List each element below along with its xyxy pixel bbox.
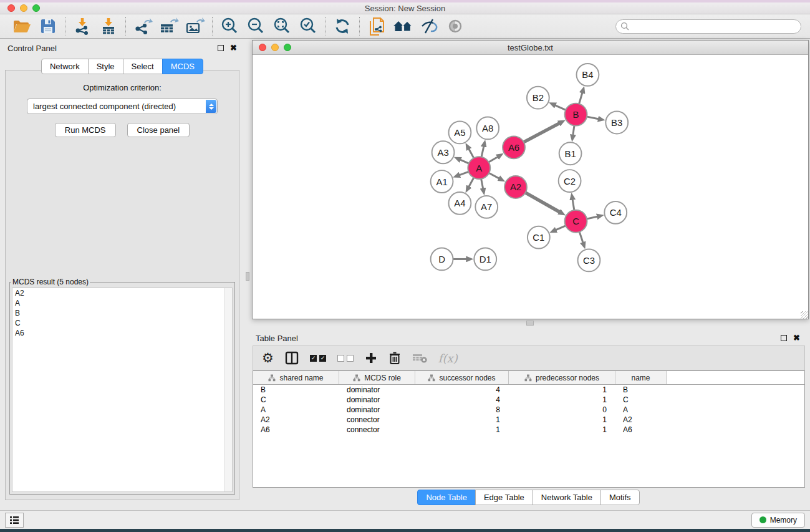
column-header-name[interactable]: name <box>615 371 667 384</box>
result-scrollbar[interactable] <box>224 288 232 491</box>
graph-edge-A2-C[interactable] <box>524 192 561 213</box>
table-cell[interactable]: A6 <box>253 425 339 434</box>
column-header-successor-nodes[interactable]: successor nodes <box>415 371 509 384</box>
table-cell[interactable]: 1 <box>415 425 509 434</box>
table-cell[interactable]: 8 <box>415 405 509 414</box>
tab-style[interactable]: Style <box>88 59 123 74</box>
graph-node-B2[interactable]: B2 <box>527 87 549 109</box>
graph-edge-A-A8[interactable] <box>481 146 484 158</box>
table-tab-network-table[interactable]: Network Table <box>533 490 601 505</box>
window-resize-grip[interactable] <box>801 311 808 319</box>
graph-node-C3[interactable]: C3 <box>578 249 600 272</box>
table-cell[interactable]: dominator <box>339 385 415 394</box>
graph-node-C[interactable]: C <box>565 210 587 233</box>
table-row[interactable]: A6connector11A6 <box>253 425 804 435</box>
criterion-select[interactable]: largest connected component (directed) <box>27 99 218 114</box>
save-session-button[interactable] <box>37 16 59 36</box>
graph-edge-B-B2[interactable] <box>554 105 567 110</box>
memory-button[interactable]: Memory <box>751 513 805 528</box>
graph-node-A7[interactable]: A7 <box>475 196 498 218</box>
graph-edge-A-A6[interactable] <box>488 157 498 163</box>
table-cell[interactable]: A2 <box>615 415 667 424</box>
zoom-fit-button[interactable] <box>271 16 293 36</box>
run-mcds-button[interactable]: Run MCDS <box>55 123 116 137</box>
tab-network[interactable]: Network <box>41 59 89 74</box>
delete-column-button[interactable] <box>388 349 401 367</box>
table-cell[interactable]: 4 <box>415 385 509 394</box>
float-panel-icon[interactable] <box>218 45 224 51</box>
table-tab-node-table[interactable]: Node Table <box>417 490 476 505</box>
table-cell[interactable]: B <box>253 385 339 394</box>
graph-node-A6[interactable]: A6 <box>503 136 525 158</box>
graph-node-C2[interactable]: C2 <box>559 170 581 192</box>
import-table-button[interactable] <box>97 16 120 36</box>
deselect-all-button[interactable] <box>337 349 354 367</box>
mcds-result-item[interactable]: A2 <box>12 288 232 298</box>
graph-edge-A6-B[interactable] <box>523 123 560 143</box>
table-cell[interactable]: 1 <box>415 415 509 424</box>
task-history-button[interactable] <box>5 513 24 528</box>
export-image-button[interactable] <box>184 16 206 36</box>
network-canvas[interactable]: AA1A2A3A4A5A6A7A8BB1B2B3B4CC1C2C3C4DD1 <box>253 55 808 319</box>
graph-node-D[interactable]: D <box>431 248 453 271</box>
import-network-button[interactable] <box>71 16 94 36</box>
table-row[interactable]: A2connector11A2 <box>253 415 804 425</box>
zoom-out-button[interactable] <box>244 16 267 36</box>
close-panel-button[interactable]: Close panel <box>127 123 190 137</box>
home-layout-button[interactable] <box>392 16 414 36</box>
refresh-button[interactable] <box>331 16 354 36</box>
column-header-shared-name[interactable]: shared name <box>253 371 339 384</box>
hide-selected-button[interactable] <box>418 16 440 36</box>
column-header-predecessor-nodes[interactable]: predecessor nodes <box>509 371 615 384</box>
table-cell[interactable]: 1 <box>509 425 615 434</box>
graph-node-A8[interactable]: A8 <box>476 117 499 140</box>
function-builder-button[interactable]: f(x) <box>438 349 458 367</box>
table-cell[interactable]: C <box>253 395 339 404</box>
zoom-selected-button[interactable] <box>297 16 319 36</box>
tab-mcds[interactable]: MCDS <box>162 59 203 74</box>
table-tab-edge-table[interactable]: Edge Table <box>475 490 533 505</box>
table-cell[interactable]: A2 <box>253 415 339 424</box>
mcds-result-list[interactable]: A2ABCA6 <box>12 288 233 492</box>
table-cell[interactable]: C <box>615 395 667 404</box>
table-cell[interactable]: 4 <box>415 395 509 404</box>
delete-table-button[interactable] <box>412 349 427 367</box>
table-cell[interactable]: dominator <box>339 395 415 404</box>
mcds-result-item[interactable]: C <box>12 318 232 328</box>
table-cell[interactable]: connector <box>339 415 415 424</box>
table-row[interactable]: Adominator80A <box>253 405 804 415</box>
graph-edge-B-B3[interactable] <box>586 117 599 119</box>
graph-node-A1[interactable]: A1 <box>431 170 453 193</box>
graph-node-B[interactable]: B <box>565 104 587 126</box>
graph-edge-B-B4[interactable] <box>579 92 582 105</box>
table-cell[interactable]: 1 <box>509 415 615 424</box>
graph-node-A[interactable]: A <box>468 157 490 179</box>
show-columns-button[interactable] <box>285 349 299 367</box>
graph-edge-C-C4[interactable] <box>586 216 598 219</box>
network-window-titlebar[interactable]: testGlobe.txt <box>253 41 808 55</box>
graph-node-A5[interactable]: A5 <box>449 121 471 143</box>
table-settings-button[interactable]: ⚙ <box>262 349 274 367</box>
mcds-result-item[interactable]: A <box>12 298 232 308</box>
network-vertical-scrollbar[interactable] <box>246 40 249 319</box>
graph-edge-C-C1[interactable] <box>555 225 567 230</box>
table-cell[interactable]: A6 <box>615 425 667 434</box>
table-cell[interactable]: connector <box>339 425 415 434</box>
table-cell[interactable]: A <box>615 405 667 414</box>
table-cell[interactable]: dominator <box>339 405 415 414</box>
show-all-button[interactable] <box>444 16 466 36</box>
search-input[interactable] <box>615 19 801 34</box>
tab-select[interactable]: Select <box>123 59 163 74</box>
open-file-button[interactable] <box>11 16 33 36</box>
export-table-button[interactable] <box>158 16 180 36</box>
table-cell[interactable]: 1 <box>509 395 615 404</box>
graph-edge-A-A2[interactable] <box>488 173 499 179</box>
table-close-icon[interactable]: ✖ <box>793 335 800 341</box>
graph-node-B3[interactable]: B3 <box>605 112 628 134</box>
table-cell[interactable]: 0 <box>509 405 615 414</box>
close-panel-icon[interactable]: ✖ <box>230 45 237 51</box>
graph-node-D1[interactable]: D1 <box>474 248 496 271</box>
table-row[interactable]: Bdominator41B <box>253 385 804 395</box>
graph-node-A2[interactable]: A2 <box>504 176 527 198</box>
graph-edge-C-C3[interactable] <box>579 231 584 243</box>
